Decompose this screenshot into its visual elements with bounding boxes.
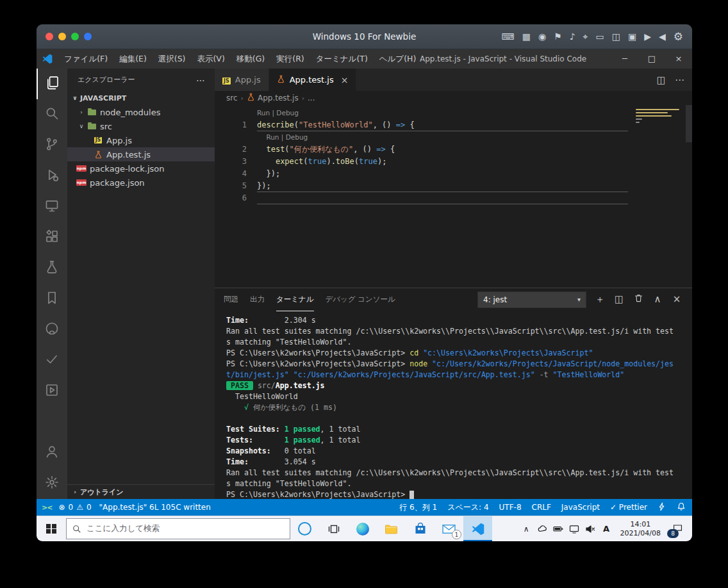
outline-section[interactable]: › アウトライン [67,484,215,499]
cpu-icon[interactable]: ▦ [522,32,531,41]
explorer-item-package-json[interactable]: npmpackage.json [67,176,215,190]
taskbar-file-explorer-icon[interactable] [377,516,406,541]
status-item-6-1[interactable]: 行 6、列 1 [399,502,437,513]
terminal-picker-dropdown[interactable]: 4: jest ▾ [477,291,586,308]
clock[interactable]: 14:012021/04/08 [615,520,666,537]
status-item-crlf[interactable]: CRLF [532,503,551,512]
volume-icon[interactable]: ♪ [570,32,575,41]
status-item-4[interactable]: スペース: 4 [447,502,488,513]
tab-app-js[interactable]: JSApp.js [215,69,269,91]
menu-item-g[interactable]: 移動(G) [231,49,270,69]
codelens-run-debug[interactable]: Run | Debug [257,131,308,143]
ime-mode-indicator[interactable]: A [599,516,615,541]
breadcrumb-item-item[interactable]: ... [308,94,315,102]
menu-item-h[interactable]: ヘルプ(H) [374,49,422,69]
activity-item-settings[interactable] [37,468,67,499]
share-icon[interactable]: ▶ [644,32,651,41]
battery-icon[interactable] [550,516,567,541]
activity-item-github[interactable] [37,314,67,345]
activity-item-extensions[interactable] [37,222,67,253]
menu-item-r[interactable]: 実行(R) [270,49,310,69]
editor-scrollbar[interactable] [686,105,692,142]
split-editor-icon[interactable]: ◫ [657,74,666,86]
panel-tab-item[interactable]: ターミナル [276,288,314,311]
activity-item-remote-explorer[interactable] [37,192,67,222]
hidden-icons-chevron[interactable]: ∧ [518,516,534,541]
status-item-prettier[interactable]: ✓ Prettier [610,503,647,512]
menu-item-t[interactable]: ターミナル(T) [310,49,374,69]
code-editor[interactable]: Run | Debug1describe("TestHelloWorld", (… [215,105,692,288]
status-item-javascript[interactable]: JavaScript [561,503,600,512]
record-icon[interactable]: ◉ [538,32,546,41]
tab-close-icon[interactable]: × [341,75,349,85]
panel-tab-item[interactable]: デバッグ コンソール [326,288,395,311]
breadcrumb-item-app-test-js[interactable]: App.test.js [247,93,299,103]
menu-item-v[interactable]: 表示(V) [191,49,230,69]
new-terminal-icon[interactable]: ＋ [593,293,606,306]
volume-muted-icon[interactable] [583,516,599,541]
taskbar-mail-icon[interactable]: 1 [434,516,463,541]
menu-item-s[interactable]: 選択(S) [153,49,192,69]
explorer-item-src[interactable]: ∨src [67,119,215,133]
minimap[interactable] [636,109,683,128]
search-input[interactable]: ここに入力して検索 [66,518,290,539]
sidebar-more-actions-icon[interactable]: ⋯ [196,75,206,85]
microphone-icon[interactable]: ⌖ [583,32,588,41]
workspace-section[interactable]: ∨ JAVASCRIPT [67,91,215,105]
activity-item-bookmarks[interactable] [37,284,67,314]
explorer-item-app-js[interactable]: JSApp.js [67,133,215,147]
panel-tab-item[interactable]: 出力 [250,288,265,311]
breadcrumb-item-src[interactable]: src [226,94,238,102]
activity-item-tasks-check[interactable] [37,345,67,376]
explorer-item-app-test-js[interactable]: App.test.js [67,147,215,161]
action-center-icon[interactable]: 8 [666,516,688,541]
status-item-utf-8[interactable]: UTF-8 [499,503,522,512]
minimize-button[interactable]: ─ [611,49,638,69]
mute-icon[interactable]: ◀ [659,32,666,41]
codelens-row[interactable]: Run | Debug [215,107,692,119]
extension-status-icon[interactable] [658,502,666,513]
menu-item-f[interactable]: ファイル(F) [58,49,113,69]
remote-window-indicator[interactable]: >< [42,503,52,512]
taskbar-edge-icon[interactable] [348,516,377,541]
zoom-light[interactable] [71,33,79,40]
minimize-light[interactable] [58,33,66,40]
maximize-panel-icon[interactable]: ∧ [651,293,664,306]
screenshot-icon[interactable]: ▣ [628,32,636,41]
keyboard-icon[interactable]: ⌨ [501,32,514,41]
panel-tab-item[interactable]: 問題 [224,288,238,311]
activity-item-testing[interactable] [37,253,67,284]
taskbar-store-icon[interactable] [406,516,434,541]
split-terminal-icon[interactable]: ◫ [613,293,625,306]
problems-status[interactable]: ⊗ 0 ⚠ 0 [58,503,91,512]
activity-item-code-runner[interactable] [37,376,67,407]
codelens-row[interactable]: Run | Debug [215,131,692,143]
onedrive-icon[interactable] [534,516,550,541]
bell-icon[interactable] [677,502,686,513]
start-button[interactable] [37,516,66,541]
maximize-button[interactable]: □ [638,49,665,69]
terminal[interactable]: Time: 2.304 sRan all test suites matchin… [215,311,692,499]
activity-item-search[interactable] [37,99,67,130]
camera-icon[interactable]: ◫ [612,32,620,41]
activity-item-account[interactable] [37,437,67,468]
more-actions-icon[interactable]: ⋯ [675,74,684,86]
taskbar-task-view-icon[interactable] [319,516,348,541]
settings-gear-icon[interactable]: ⚙ [674,31,683,42]
close-light[interactable] [46,33,53,40]
explorer-item-package-lock-json[interactable]: npmpackage-lock.json [67,161,215,176]
flag-icon[interactable]: ⚑ [554,32,562,41]
taskbar-vscode-icon[interactable] [463,516,492,541]
explorer-item-node-modules[interactable]: ›node_modules [67,105,215,119]
taskbar-cortana-icon[interactable] [290,516,319,541]
menu-item-e[interactable]: 編集(E) [113,49,153,69]
codelens-run-debug[interactable]: Run | Debug [257,107,299,119]
close-panel-icon[interactable]: × [670,293,683,306]
display-icon[interactable] [567,516,583,541]
kill-terminal-icon[interactable] [632,293,645,306]
activity-item-run-debug[interactable] [37,161,67,192]
tab-app-test-js[interactable]: App.test.js× [269,69,357,91]
activity-item-explorer[interactable] [37,69,67,99]
extra-light[interactable] [84,33,92,40]
activity-item-source-control[interactable] [37,130,67,161]
